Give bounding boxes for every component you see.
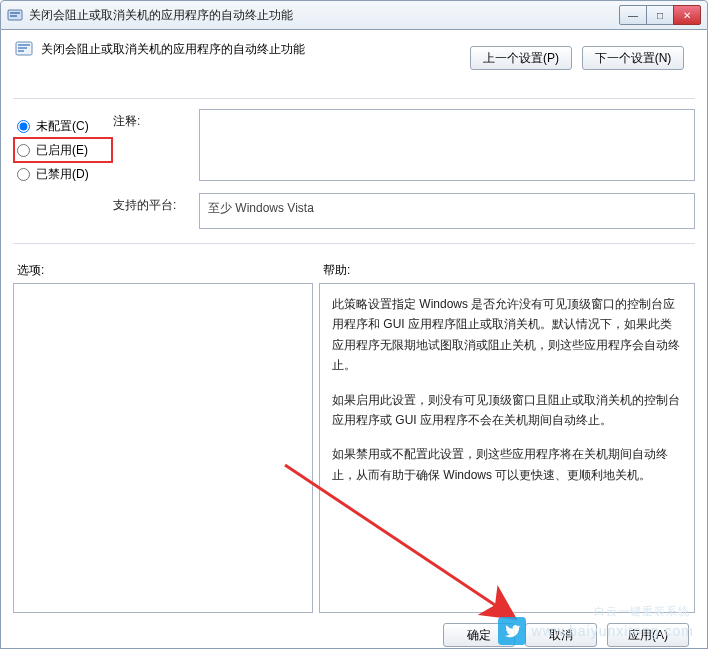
help-paragraph-3: 如果禁用或不配置此设置，则这些应用程序将在关机期间自动终止，从而有助于确保 Wi… (332, 444, 682, 485)
divider-1 (13, 98, 695, 99)
svg-rect-5 (18, 47, 27, 49)
svg-rect-2 (10, 15, 17, 17)
options-label: 选项: (13, 262, 317, 279)
help-label: 帮助: (317, 262, 695, 279)
comment-textarea[interactable] (199, 109, 695, 181)
watermark-bird-icon (498, 617, 526, 645)
next-setting-button[interactable]: 下一个设置(N) (582, 46, 684, 70)
radio-enabled[interactable]: 已启用(E) (13, 137, 113, 163)
divider-2 (13, 243, 695, 244)
titlebar: 关闭会阻止或取消关机的应用程序的自动终止功能 — □ ✕ (0, 0, 708, 30)
radio-enabled-input[interactable] (17, 144, 30, 157)
radio-disabled-label: 已禁用(D) (36, 166, 89, 183)
radio-not-configured-label: 未配置(C) (36, 118, 89, 135)
platform-readonly: 至少 Windows Vista (199, 193, 695, 229)
svg-rect-4 (18, 44, 30, 46)
policy-icon (7, 7, 23, 23)
watermark-url: www.baiyunxitong.com (532, 623, 694, 639)
comment-label: 注释: (113, 109, 193, 130)
radio-not-configured[interactable]: 未配置(C) (13, 113, 113, 139)
radio-disabled-input[interactable] (17, 168, 30, 181)
policy-title: 关闭会阻止或取消关机的应用程序的自动终止功能 (41, 41, 305, 58)
policy-header-icon (15, 40, 33, 58)
prev-setting-button[interactable]: 上一个设置(P) (470, 46, 572, 70)
platform-label: 支持的平台: (113, 193, 193, 214)
close-button[interactable]: ✕ (673, 5, 701, 25)
help-panel: 此策略设置指定 Windows 是否允许没有可见顶级窗口的控制台应用程序和 GU… (319, 283, 695, 613)
help-paragraph-2: 如果启用此设置，则没有可见顶级窗口且阻止或取消关机的控制台应用程序或 GUI 应… (332, 390, 682, 431)
window-title: 关闭会阻止或取消关机的应用程序的自动终止功能 (29, 7, 620, 24)
radio-enabled-label: 已启用(E) (36, 142, 88, 159)
radio-not-configured-input[interactable] (17, 120, 30, 133)
svg-rect-6 (18, 50, 24, 52)
options-panel (13, 283, 313, 613)
state-radio-group: 未配置(C) 已启用(E) 已禁用(D) (13, 109, 113, 187)
svg-rect-1 (10, 12, 20, 14)
watermark: www.baiyunxitong.com (498, 617, 694, 645)
dialog-body: 关闭会阻止或取消关机的应用程序的自动终止功能 上一个设置(P) 下一个设置(N)… (0, 30, 708, 649)
help-paragraph-1: 此策略设置指定 Windows 是否允许没有可见顶级窗口的控制台应用程序和 GU… (332, 294, 682, 376)
maximize-button[interactable]: □ (646, 5, 674, 25)
radio-disabled[interactable]: 已禁用(D) (13, 161, 113, 187)
minimize-button[interactable]: — (619, 5, 647, 25)
